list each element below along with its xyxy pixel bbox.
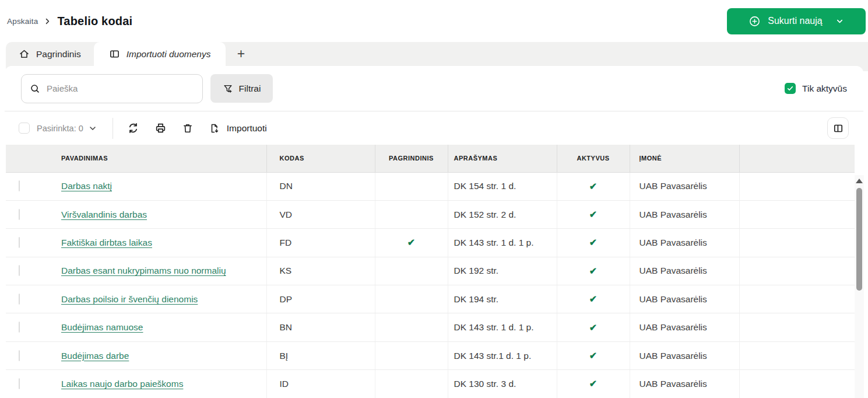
table-row: Viršvalandinis darbas VD DK 152 str. 2 d… <box>6 200 855 228</box>
active-check-icon: ✔ <box>589 238 597 247</box>
header-checkbox-cell <box>6 145 55 172</box>
tab-label: Importuoti duomenys <box>126 49 211 60</box>
row-code: BĮ <box>266 341 375 369</box>
row-name-link[interactable]: Budėjimas namuose <box>61 322 143 332</box>
content-card: Filtrai Tik aktyvūs Pasirinkta: 0 <box>5 66 863 398</box>
table-row: Darbas naktį DN DK 154 str. 1 d. ✔ UAB P… <box>6 172 855 200</box>
row-description: DK 154 str. 1 d. <box>448 172 557 200</box>
tab-label: Pagrindinis <box>36 49 81 60</box>
table-header-row: PAVADINIMAS KODAS PAGRINDINIS APRAŠYMAS … <box>6 145 855 172</box>
active-check-icon: ✔ <box>589 210 597 219</box>
breadcrumb-section[interactable]: Apskaita <box>7 17 38 26</box>
import-button[interactable]: Importuoti <box>209 123 267 134</box>
search-box[interactable] <box>21 74 203 103</box>
row-name-link[interactable]: Darbas esant nukrypimams nuo normalių <box>61 266 226 275</box>
row-checkbox[interactable] <box>19 322 20 333</box>
active-check-icon: ✔ <box>589 379 597 389</box>
row-name-link[interactable]: Darbas poilsio ir švenčių dienomis <box>61 294 198 304</box>
row-code: DN <box>266 172 375 200</box>
table-row: Faktiškai dirbtas laikas FD ✔ DK 143 str… <box>6 229 855 257</box>
row-description: DK 143 str. 1 d. 1 p. <box>448 229 557 257</box>
row-checkbox[interactable] <box>19 265 20 276</box>
column-header-description[interactable]: APRAŠYMAS <box>448 145 557 172</box>
table-row: Budėjimas darbe BĮ DK 143 str.1 d. 1 p. … <box>6 341 855 369</box>
column-header-company[interactable]: ĮMONĖ <box>630 145 739 172</box>
row-checkbox[interactable] <box>19 294 20 305</box>
table-toolbar: Pasirinkta: 0 Importuoti <box>5 111 863 145</box>
refresh-button[interactable] <box>127 122 139 134</box>
filters-label: Filtrai <box>239 83 261 94</box>
row-name-link[interactable]: Darbas naktį <box>61 181 112 191</box>
column-header-main[interactable]: PAGRINDINIS <box>375 145 448 172</box>
chevron-down-icon <box>835 17 844 26</box>
active-only-toggle[interactable]: Tik aktyvūs <box>785 83 847 94</box>
plus-circle-icon <box>748 15 761 27</box>
row-checkbox[interactable] <box>19 237 20 248</box>
row-code: ID <box>266 370 375 398</box>
search-icon <box>30 83 40 94</box>
active-only-checkbox[interactable] <box>785 83 796 94</box>
refresh-icon <box>127 122 139 134</box>
column-header-filler <box>739 145 855 172</box>
row-description: DK 192 str. <box>448 257 557 285</box>
home-icon <box>19 48 30 60</box>
row-description: DK 194 str. <box>448 285 557 313</box>
create-new-label: Sukurti naują <box>768 16 822 26</box>
table-body: Darbas naktį DN DK 154 str. 1 d. ✔ UAB P… <box>6 172 855 398</box>
row-checkbox[interactable] <box>19 180 20 191</box>
row-code: DP <box>266 285 375 313</box>
chevron-down-icon[interactable] <box>88 124 97 133</box>
tab-importuoti-duomenys[interactable]: Importuoti duomenys <box>94 42 226 66</box>
row-checkbox[interactable] <box>19 350 20 361</box>
vertical-scrollbar[interactable] <box>855 175 864 398</box>
main-check-icon: ✔ <box>407 238 415 247</box>
row-name-link[interactable]: Faktiškai dirbtas laikas <box>61 238 152 247</box>
row-description: DK 152 str. 2 d. <box>448 200 557 228</box>
row-checkbox[interactable] <box>19 209 20 220</box>
row-code: BN <box>266 313 375 341</box>
row-name-link[interactable]: Viršvalandinis darbas <box>61 210 147 219</box>
import-file-icon <box>209 123 220 134</box>
table-row: Laikas naujo darbo paieškoms ID DK 130 s… <box>6 370 855 398</box>
selected-count-label[interactable]: Pasirinkta: 0 <box>37 124 83 133</box>
column-header-name[interactable]: PAVADINIMAS <box>55 145 266 172</box>
page-header: Apskaita Tabelio kodai Sukurti naują <box>0 0 868 42</box>
active-only-label: Tik aktyvūs <box>802 83 847 94</box>
chevron-right-icon <box>44 18 51 25</box>
column-settings-button[interactable] <box>827 117 849 139</box>
row-company: UAB Pavasarėlis <box>630 370 739 398</box>
trash-icon <box>182 123 194 134</box>
create-new-button[interactable]: Sukurti naują <box>727 8 866 34</box>
table-row: Budėjimas namuose BN DK 143 str. 1 d. 1 … <box>6 313 855 341</box>
row-company: UAB Pavasarėlis <box>630 200 739 228</box>
print-button[interactable] <box>154 122 167 134</box>
scroll-up-arrow[interactable] <box>856 179 863 183</box>
column-header-code[interactable]: KODAS <box>266 145 375 172</box>
row-code: KS <box>266 257 375 285</box>
row-name-link[interactable]: Laikas naujo darbo paieškoms <box>61 379 183 389</box>
filters-button[interactable]: Filtrai <box>210 74 273 103</box>
search-input[interactable] <box>47 83 194 93</box>
codes-table: PAVADINIMAS KODAS PAGRINDINIS APRAŠYMAS … <box>6 145 855 398</box>
filter-funnel-icon <box>223 83 233 94</box>
row-checkbox[interactable] <box>19 378 20 389</box>
active-check-icon: ✔ <box>589 351 597 361</box>
active-check-icon: ✔ <box>589 294 597 304</box>
table-row: Darbas esant nukrypimams nuo normalių KS… <box>6 257 855 285</box>
panel-layout-icon <box>109 48 120 60</box>
printer-icon <box>154 122 167 134</box>
select-all-checkbox[interactable] <box>19 123 30 134</box>
scrollbar-thumb[interactable] <box>856 188 862 291</box>
row-description: DK 130 str. 3 d. <box>448 370 557 398</box>
table-row: Darbas poilsio ir švenčių dienomis DP DK… <box>6 285 855 313</box>
row-name-link[interactable]: Budėjimas darbe <box>61 351 129 361</box>
delete-button[interactable] <box>182 123 194 134</box>
column-header-active[interactable]: AKTYVUS <box>557 145 630 172</box>
active-check-icon: ✔ <box>589 181 597 191</box>
add-tab-button[interactable]: + <box>226 42 256 66</box>
row-company: UAB Pavasarėlis <box>630 313 739 341</box>
table-columns-icon <box>832 123 844 134</box>
tab-pagrindinis[interactable]: Pagrindinis <box>6 42 94 66</box>
row-company: UAB Pavasarėlis <box>630 341 739 369</box>
active-check-icon: ✔ <box>589 266 597 276</box>
